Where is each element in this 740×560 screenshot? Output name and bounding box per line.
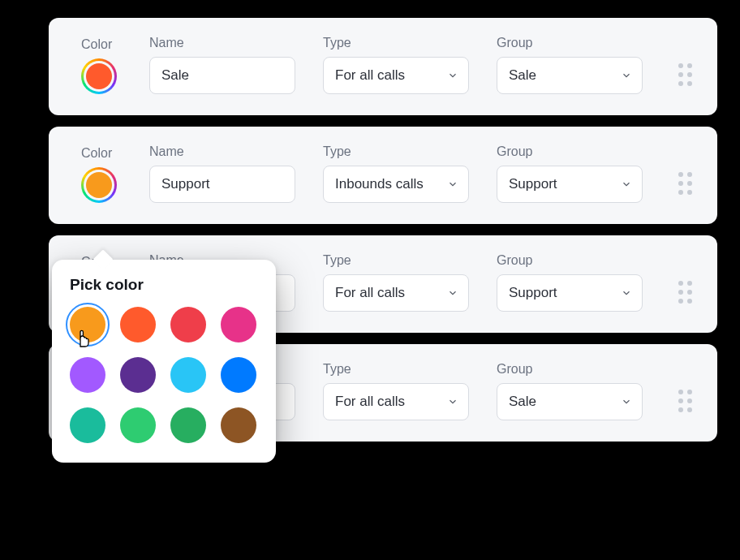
chevron-down-icon [447, 179, 458, 190]
group-label: Group [497, 144, 643, 159]
group-select[interactable]: Sale [497, 57, 643, 94]
group-label: Group [497, 36, 643, 50]
color-option[interactable] [221, 407, 256, 443]
drag-handle-icon[interactable] [678, 281, 695, 304]
type-label: Type [323, 253, 469, 268]
chevron-down-icon [447, 70, 458, 81]
color-option[interactable] [120, 407, 156, 443]
group-value: Support [509, 285, 557, 301]
color-swatch[interactable] [81, 167, 117, 203]
chevron-down-icon [447, 287, 458, 299]
color-option[interactable] [221, 357, 256, 393]
name-input[interactable] [149, 166, 295, 203]
swatch-fill [86, 63, 112, 89]
group-value: Sale [509, 394, 536, 410]
name-label: Name [149, 36, 295, 50]
drag-handle-icon[interactable] [678, 172, 695, 195]
type-value: Inbounds calls [335, 176, 424, 192]
swatch-fill [86, 172, 112, 198]
name-label: Name [149, 144, 295, 159]
name-input[interactable] [149, 57, 295, 94]
type-value: For all calls [335, 394, 405, 410]
type-select[interactable]: For all calls [323, 274, 469, 312]
color-option[interactable] [170, 357, 206, 393]
drag-handle-icon[interactable] [678, 63, 695, 86]
type-value: For all calls [335, 285, 405, 301]
color-option[interactable] [70, 357, 105, 393]
group-label: Group [497, 362, 643, 377]
type-label: Type [323, 362, 469, 377]
chevron-down-icon [621, 179, 632, 190]
color-option[interactable] [170, 307, 206, 342]
tag-row: Color Name Type For all calls Group Sale [49, 18, 717, 115]
group-select[interactable]: Support [497, 274, 643, 312]
type-label: Type [323, 144, 469, 159]
chevron-down-icon [621, 287, 632, 299]
color-option[interactable] [120, 357, 156, 393]
type-value: For all calls [335, 67, 405, 84]
group-value: Sale [509, 67, 536, 84]
color-swatch[interactable] [81, 58, 117, 94]
color-picker-popover: Pick color [52, 260, 276, 463]
color-option[interactable] [70, 307, 105, 342]
type-select[interactable]: For all calls [323, 383, 469, 420]
popover-title: Pick color [70, 276, 258, 294]
group-select[interactable]: Support [497, 166, 643, 203]
group-label: Group [497, 253, 643, 268]
chevron-down-icon [621, 396, 632, 407]
color-option[interactable] [70, 407, 105, 443]
chevron-down-icon [447, 396, 458, 407]
drag-handle-icon[interactable] [678, 390, 695, 412]
color-option[interactable] [170, 407, 206, 443]
type-select[interactable]: Inbounds calls [323, 166, 469, 203]
color-grid [70, 307, 258, 443]
tag-row: Color Name Type Inbounds calls Group Sup… [49, 127, 717, 224]
color-option[interactable] [120, 307, 156, 342]
color-label: Color [81, 146, 122, 161]
color-label: Color [81, 37, 122, 52]
group-select[interactable]: Sale [497, 383, 643, 420]
type-label: Type [323, 36, 469, 50]
color-option[interactable] [221, 307, 256, 342]
type-select[interactable]: For all calls [323, 57, 469, 94]
group-value: Support [509, 176, 557, 192]
chevron-down-icon [621, 70, 632, 81]
